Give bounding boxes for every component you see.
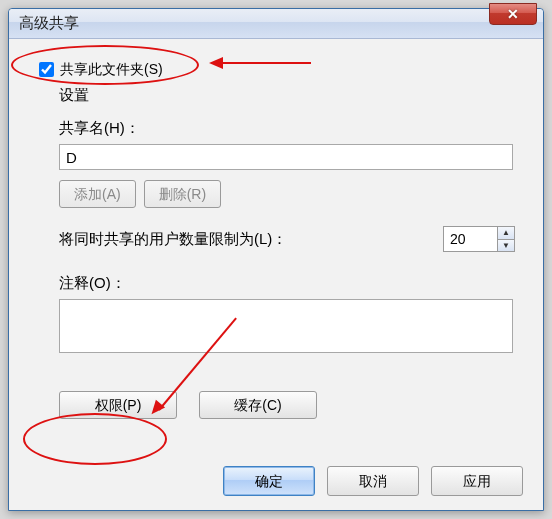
user-limit-label: 将同时共享的用户数量限制为(L)：	[59, 230, 443, 249]
close-button[interactable]: ✕	[489, 3, 537, 25]
share-folder-checkbox[interactable]	[39, 62, 54, 77]
spinner-up-icon[interactable]: ▲	[497, 226, 515, 239]
remove-button: 删除(R)	[144, 180, 221, 208]
spinner-down-icon[interactable]: ▼	[497, 239, 515, 253]
cancel-button[interactable]: 取消	[327, 466, 419, 496]
share-name-label: 共享名(H)：	[59, 119, 517, 138]
share-name-input[interactable]	[59, 144, 513, 170]
share-folder-checkbox-row[interactable]: 共享此文件夹(S)	[35, 59, 517, 80]
titlebar[interactable]: 高级共享 ✕	[9, 9, 543, 39]
ok-button[interactable]: 确定	[223, 466, 315, 496]
user-limit-row: 将同时共享的用户数量限制为(L)： ▲ ▼	[59, 226, 515, 252]
share-name-buttons: 添加(A) 删除(R)	[59, 180, 517, 208]
close-icon: ✕	[507, 6, 519, 22]
user-limit-spinner[interactable]: ▲ ▼	[443, 226, 515, 252]
dialog-footer: 确定 取消 应用	[9, 456, 543, 510]
permissions-button[interactable]: 权限(P)	[59, 391, 177, 419]
share-folder-label: 共享此文件夹(S)	[60, 61, 163, 79]
cache-button[interactable]: 缓存(C)	[199, 391, 317, 419]
perm-cache-row: 权限(P) 缓存(C)	[59, 391, 517, 419]
comment-textarea[interactable]	[59, 299, 513, 353]
dialog-content: 共享此文件夹(S) 设置 共享名(H)： 添加(A) 删除(R) 将同时共享的用…	[9, 39, 543, 456]
comment-label: 注释(O)：	[59, 274, 517, 293]
add-button: 添加(A)	[59, 180, 136, 208]
settings-group-label: 设置	[59, 86, 517, 105]
user-limit-input[interactable]	[443, 226, 497, 252]
apply-button[interactable]: 应用	[431, 466, 523, 496]
window-title: 高级共享	[19, 14, 539, 33]
advanced-sharing-dialog: 高级共享 ✕ 共享此文件夹(S) 设置 共享名(H)： 添加(A) 删除(R) …	[8, 8, 544, 511]
